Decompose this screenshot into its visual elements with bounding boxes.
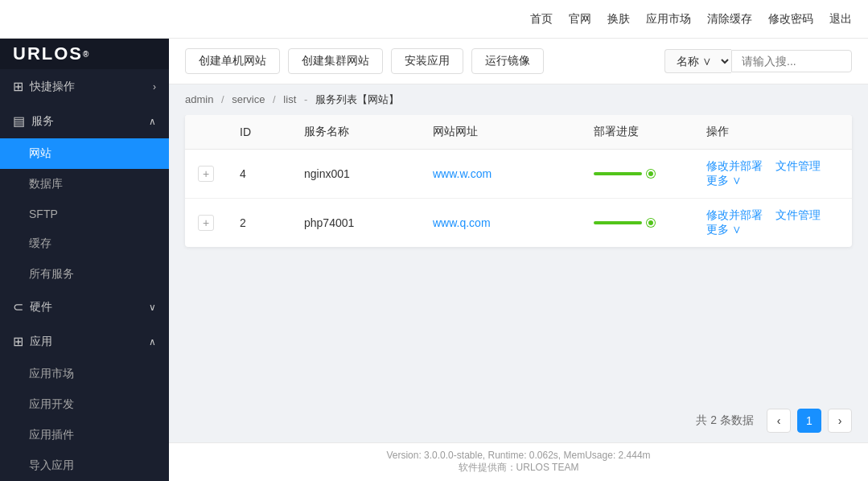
deploy-cell-1 — [581, 199, 693, 248]
install-app-button[interactable]: 安装应用 — [391, 48, 463, 74]
sidebar-item-importapp[interactable]: 导入应用 — [0, 450, 169, 481]
nav-logout[interactable]: 退出 — [829, 12, 852, 27]
col-deploy: 部署进度 — [581, 115, 693, 150]
nav-clearcache[interactable]: 清除缓存 — [707, 12, 752, 27]
create-cluster-button[interactable]: 创建集群网站 — [288, 48, 383, 74]
arrow-up-icon: ∧ — [149, 116, 156, 127]
col-id: ID — [227, 115, 291, 150]
run-mirror-button[interactable]: 运行镜像 — [471, 48, 544, 74]
table-header-row: ID 服务名称 网站网址 部署进度 操作 — [185, 115, 852, 150]
arrow-up-icon2: ∧ — [149, 336, 156, 347]
sidebar-hardware-header[interactable]: ⊂ 硬件 ∨ — [0, 290, 169, 324]
pagination-bar: 共 2 条数据 ‹ 1 › — [169, 399, 868, 442]
arrow-down-icon: ∨ — [149, 302, 156, 313]
nav-theme[interactable]: 换肤 — [607, 12, 630, 27]
deploy-bar-0 — [594, 170, 681, 178]
expand-button-0[interactable]: + — [198, 166, 214, 182]
sidebar-item-sftp[interactable]: SFTP — [0, 199, 169, 228]
expand-button-1[interactable]: + — [198, 215, 214, 231]
expand-cell-1: + — [185, 199, 227, 248]
nav-changepassword[interactable]: 修改密码 — [768, 12, 813, 27]
deploy-bar-1 — [594, 219, 681, 227]
deploy-line-1 — [594, 221, 642, 224]
col-name: 服务名称 — [291, 115, 420, 150]
action-cell-1: 修改并部署 文件管理 更多 ∨ — [693, 199, 852, 248]
table-container: ID 服务名称 网站网址 部署进度 操作 + 4 nginx001 www.w.… — [169, 115, 868, 399]
id-cell-0: 4 — [227, 150, 291, 199]
breadcrumb-current: 服务列表【网站】 — [315, 93, 399, 105]
logo: URLOS® — [0, 39, 169, 69]
deploy-dot-1 — [647, 219, 655, 227]
footer-line1: Version: 3.0.0.0-stable, Runtime: 0.062s… — [185, 450, 852, 461]
sidebar-item-appdev[interactable]: 应用开发 — [0, 389, 169, 420]
more-link-0[interactable]: 更多 ∨ — [706, 174, 742, 187]
search-group: 名称 ∨ — [664, 49, 852, 73]
top-navigation: 首页 官网 换肤 应用市场 清除缓存 修改密码 退出 — [0, 0, 868, 39]
search-select[interactable]: 名称 ∨ — [664, 49, 731, 73]
url-cell-0: www.w.com — [420, 150, 581, 199]
name-cell-1: php74001 — [291, 199, 420, 248]
sidebar-quickops[interactable]: ⊞ 快捷操作 › — [0, 69, 169, 104]
breadcrumb-list[interactable]: list — [283, 93, 296, 105]
id-cell-1: 2 — [227, 199, 291, 248]
col-expand — [185, 115, 227, 150]
deploy-dot-0 — [647, 170, 655, 178]
create-single-button[interactable]: 创建单机网站 — [185, 48, 280, 74]
table-row: + 2 php74001 www.q.com 修改并部署 文件管理 更多 ∨ — [185, 199, 852, 248]
service-icon: ▤ — [13, 113, 25, 129]
nav-official[interactable]: 官网 — [569, 12, 591, 27]
name-cell-0: nginx001 — [291, 150, 420, 199]
url-cell-1: www.q.com — [420, 199, 581, 248]
search-input[interactable] — [731, 50, 852, 72]
main-layout: URLOS® ⊞ 快捷操作 › ▤ 服务 ∧ 网站 数据库 SFTP 缓存 所有… — [0, 39, 868, 481]
footer-line2: 软件提供商：URLOS TEAM — [185, 461, 852, 475]
file-manage-link-1[interactable]: 文件管理 — [775, 208, 821, 221]
sidebar-item-cache[interactable]: 缓存 — [0, 228, 169, 259]
page-next-button[interactable]: › — [828, 409, 852, 433]
sidebar-item-appplugin[interactable]: 应用插件 — [0, 420, 169, 450]
app-icon: ⊞ — [13, 334, 23, 349]
pagination-info: 共 2 条数据 — [696, 413, 754, 428]
grid-icon: ⊞ — [13, 79, 23, 94]
sidebar-item-database[interactable]: 数据库 — [0, 169, 169, 199]
sidebar-item-appmarket[interactable]: 应用市场 — [0, 359, 169, 389]
edit-deploy-link-1[interactable]: 修改并部署 — [706, 208, 763, 221]
breadcrumb-admin[interactable]: admin — [185, 93, 213, 105]
more-link-1[interactable]: 更多 ∨ — [706, 223, 742, 236]
content-area: 创建单机网站 创建集群网站 安装应用 运行镜像 名称 ∨ admin / ser… — [169, 39, 868, 481]
action-cell-0: 修改并部署 文件管理 更多 ∨ — [693, 150, 852, 199]
url-link-0[interactable]: www.w.com — [433, 167, 492, 180]
hardware-icon: ⊂ — [13, 299, 23, 314]
breadcrumb: admin / service / list - 服务列表【网站】 — [169, 84, 868, 115]
sidebar-item-website[interactable]: 网站 — [0, 138, 169, 169]
sidebar-app-header[interactable]: ⊞ 应用 ∧ — [0, 324, 169, 359]
nav-home[interactable]: 首页 — [530, 12, 553, 27]
edit-deploy-link-0[interactable]: 修改并部署 — [706, 159, 763, 172]
breadcrumb-service[interactable]: service — [232, 93, 265, 105]
file-manage-link-0[interactable]: 文件管理 — [775, 159, 821, 172]
footer: Version: 3.0.0.0-stable, Runtime: 0.062s… — [169, 442, 868, 481]
service-table: ID 服务名称 网站网址 部署进度 操作 + 4 nginx001 www.w.… — [185, 115, 852, 247]
col-action: 操作 — [693, 115, 852, 150]
url-link-1[interactable]: www.q.com — [433, 216, 491, 229]
deploy-line-0 — [594, 172, 642, 175]
sidebar-service-header[interactable]: ▤ 服务 ∧ — [0, 104, 169, 138]
toolbar: 创建单机网站 创建集群网站 安装应用 运行镜像 名称 ∨ — [169, 39, 868, 84]
col-url: 网站网址 — [420, 115, 581, 150]
expand-cell-0: + — [185, 150, 227, 199]
page-prev-button[interactable]: ‹ — [767, 409, 791, 433]
sidebar-item-allservices[interactable]: 所有服务 — [0, 259, 169, 290]
arrow-right-icon: › — [153, 81, 156, 92]
nav-appmarket[interactable]: 应用市场 — [646, 12, 691, 27]
deploy-cell-0 — [581, 150, 693, 199]
page-1-button[interactable]: 1 — [797, 409, 821, 433]
sidebar: URLOS® ⊞ 快捷操作 › ▤ 服务 ∧ 网站 数据库 SFTP 缓存 所有… — [0, 39, 169, 481]
table-row: + 4 nginx001 www.w.com 修改并部署 文件管理 更多 ∨ — [185, 150, 852, 199]
